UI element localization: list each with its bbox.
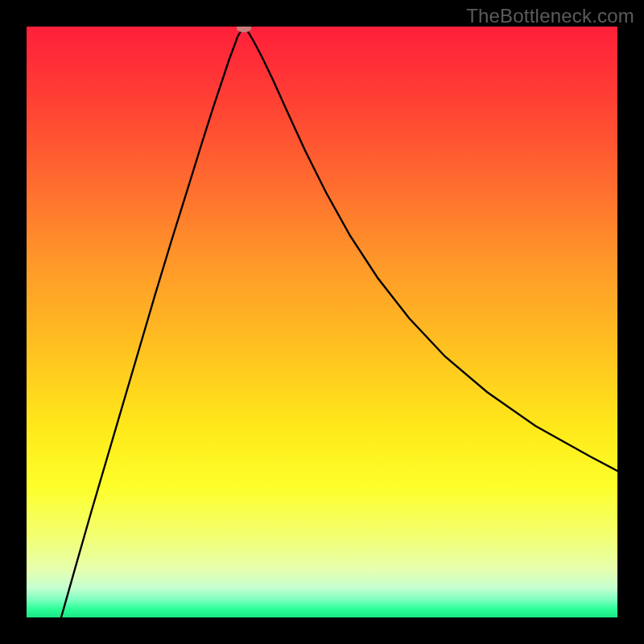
chart-curve-svg xyxy=(27,27,617,617)
optimal-point-marker xyxy=(237,27,251,32)
bottleneck-curve-path xyxy=(61,27,617,617)
watermark-text: TheBottleneck.com xyxy=(466,5,634,27)
chart-frame xyxy=(27,27,617,617)
